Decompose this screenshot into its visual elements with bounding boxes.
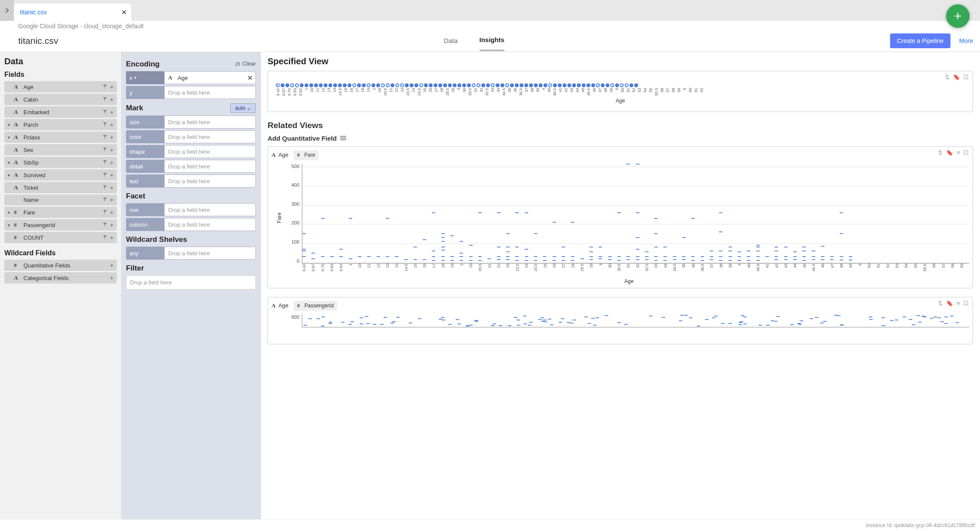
chip-primary[interactable]: A Age: [271, 152, 288, 158]
add-icon[interactable]: +: [110, 209, 113, 216]
shelf-y-drop[interactable]: Drop a field here: [164, 86, 256, 99]
field-row[interactable]: ▾#Fare+: [4, 207, 117, 218]
filter-icon[interactable]: [103, 185, 107, 191]
mark-select[interactable]: auto ⌄: [230, 103, 256, 113]
filter-icon[interactable]: [103, 222, 107, 228]
specify-icon[interactable]: ≡: [957, 300, 960, 307]
caret-icon: ▾: [8, 173, 14, 178]
add-icon[interactable]: +: [110, 185, 113, 191]
add-icon[interactable]: +: [110, 222, 113, 228]
field-row[interactable]: ASex+: [4, 144, 117, 155]
field-row[interactable]: ▾APclass+: [4, 132, 117, 143]
shelf-drop[interactable]: Drop a field here: [164, 160, 256, 173]
add-icon[interactable]: +: [110, 197, 113, 203]
data-point: [625, 83, 629, 87]
add-icon[interactable]: +: [110, 275, 113, 281]
data-point: [548, 83, 552, 87]
bookmark-icon[interactable]: 🔖: [953, 74, 960, 80]
file-tab[interactable]: titanic.csv ✕: [14, 3, 131, 21]
shelf-drop[interactable]: Drop a field here: [164, 203, 256, 216]
shelf-y[interactable]: y Drop a field here: [126, 86, 256, 99]
expand-sidebar-button[interactable]: [0, 0, 14, 21]
chip-secondary[interactable]: # Fare: [294, 150, 318, 160]
filter-icon[interactable]: [103, 159, 107, 166]
shelf-size[interactable]: sizeDrop a field here: [126, 115, 256, 129]
shelf-drop[interactable]: Drop a field here: [164, 175, 256, 188]
shelf-row[interactable]: rowDrop a field here: [126, 203, 256, 216]
field-row[interactable]: ATicket+: [4, 182, 117, 193]
fab-add-button[interactable]: +: [946, 4, 970, 28]
field-row[interactable]: Name+: [4, 195, 117, 205]
wildcard-field-row[interactable]: #Quantitative Fields+: [4, 260, 117, 271]
filter-icon[interactable]: [103, 84, 107, 90]
chip-primary[interactable]: A Age: [271, 302, 288, 309]
add-icon[interactable]: +: [110, 234, 113, 241]
add-icon[interactable]: +: [110, 122, 113, 128]
tab-insights[interactable]: Insights: [480, 30, 505, 51]
field-row[interactable]: AEmbarked+: [4, 106, 117, 118]
data-point: [636, 212, 639, 213]
shelf-x[interactable]: x▾ A Age ✕: [126, 71, 256, 84]
add-icon[interactable]: +: [110, 84, 113, 90]
bookmark-icon[interactable]: 🔖: [946, 300, 953, 307]
list-icon[interactable]: [340, 136, 346, 140]
field-row[interactable]: #COUNT+: [4, 232, 117, 243]
tab-data[interactable]: Data: [444, 31, 458, 50]
field-row[interactable]: ▾AParch+: [4, 119, 117, 130]
filter-icon[interactable]: [103, 147, 107, 153]
copy-icon[interactable]: ⿻: [963, 300, 969, 307]
shelf-detail[interactable]: detailDrop a field here: [126, 160, 256, 173]
tick-label: 10: [310, 88, 315, 96]
field-row[interactable]: ▾ASurvived+: [4, 169, 117, 181]
filter-icon[interactable]: [103, 96, 107, 103]
filter-icon[interactable]: [103, 172, 107, 178]
filter-icon[interactable]: [103, 134, 107, 141]
shelf-color[interactable]: colorDrop a field here: [126, 130, 256, 143]
field-row[interactable]: AAge+: [4, 81, 117, 92]
remove-icon[interactable]: ✕: [247, 74, 253, 82]
filter-icon[interactable]: [103, 122, 107, 128]
data-point: [626, 256, 630, 257]
specify-icon[interactable]: ≡: [957, 149, 960, 156]
sort-icon[interactable]: ⇅: [945, 74, 950, 80]
shelf-any-drop[interactable]: Drop a field here: [164, 247, 256, 260]
field-row[interactable]: ▾ASibSp+: [4, 157, 117, 168]
scatter-fare: Fare 5004003002001000 0.420.670.750.830.…: [285, 164, 969, 277]
shelf-drop[interactable]: Drop a field here: [164, 130, 256, 143]
field-row[interactable]: ▾#PassengerId+: [4, 219, 117, 231]
add-icon[interactable]: +: [110, 134, 113, 141]
more-link[interactable]: More: [959, 37, 973, 44]
sort-icon[interactable]: ⇅: [938, 149, 943, 156]
add-icon[interactable]: +: [110, 96, 113, 103]
data-point: [710, 259, 713, 260]
shelf-x-value[interactable]: A Age ✕: [164, 71, 256, 84]
add-icon[interactable]: +: [110, 109, 113, 115]
add-icon[interactable]: +: [110, 147, 113, 153]
shelf-drop[interactable]: Drop a field here: [164, 115, 256, 129]
filter-icon[interactable]: [103, 197, 107, 203]
filter-drop[interactable]: Drop a field here: [126, 275, 256, 290]
add-icon[interactable]: +: [110, 262, 113, 269]
copy-icon[interactable]: ⿻: [963, 149, 969, 156]
add-icon[interactable]: +: [110, 172, 113, 178]
create-pipeline-button[interactable]: Create a Pipeline: [890, 33, 950, 48]
shelf-drop[interactable]: Drop a field here: [164, 218, 256, 231]
shelf-text[interactable]: textDrop a field here: [126, 175, 256, 188]
filter-icon[interactable]: [103, 209, 107, 216]
field-row[interactable]: ACabin+: [4, 94, 117, 105]
shelf-column[interactable]: columnDrop a field here: [126, 218, 256, 231]
bookmark-icon[interactable]: 🔖: [946, 149, 953, 156]
filter-icon[interactable]: [103, 109, 107, 115]
shelf-drop[interactable]: Drop a field here: [164, 145, 256, 158]
clear-button[interactable]: Clear: [235, 60, 256, 67]
shelf-shape[interactable]: shapeDrop a field here: [126, 145, 256, 158]
close-icon[interactable]: ✕: [121, 8, 127, 16]
data-point: [321, 256, 324, 257]
chip-secondary[interactable]: # PassengerId: [294, 301, 337, 311]
shelf-any[interactable]: any Drop a field here: [126, 247, 256, 260]
add-icon[interactable]: +: [110, 159, 113, 166]
copy-icon[interactable]: ⿻: [963, 74, 969, 80]
wildcard-field-row[interactable]: ACategorical Fields+: [4, 272, 117, 284]
sort-icon[interactable]: ⇅: [938, 300, 943, 307]
filter-icon[interactable]: [103, 234, 107, 241]
